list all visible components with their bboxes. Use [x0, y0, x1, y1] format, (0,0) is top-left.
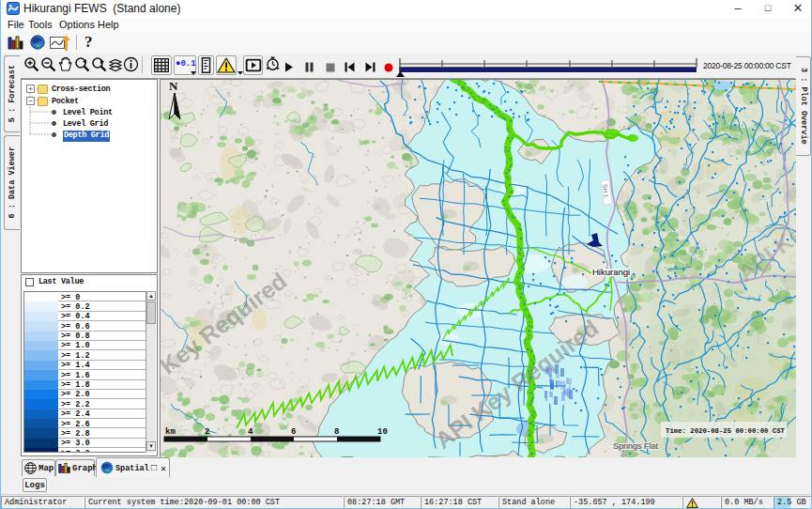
svg-text:2: 2	[205, 427, 209, 437]
svg-text:km: km	[165, 427, 176, 437]
svg-text:Time: 2020-08-25 00:00:00 CST: Time: 2020-08-25 00:00:00 CST	[666, 427, 786, 435]
svg-text:N: N	[169, 80, 178, 93]
svg-text:Hikurangi: Hikurangi	[592, 267, 630, 277]
svg-text:8: 8	[334, 427, 339, 437]
svg-text:6: 6	[291, 427, 296, 437]
svg-text:?: ?	[84, 34, 93, 49]
svg-text:4: 4	[248, 427, 253, 437]
svg-text:Springs Flat: Springs Flat	[613, 441, 659, 451]
svg-text:10: 10	[377, 427, 388, 437]
